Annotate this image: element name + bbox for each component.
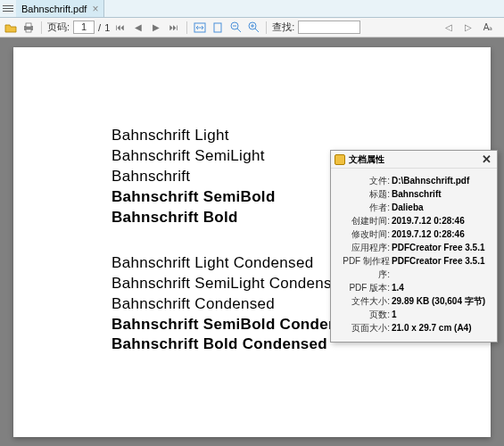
dialog-titlebar[interactable]: 文档属性 ✕: [331, 151, 497, 169]
page-sep: /: [98, 22, 101, 33]
toolbar: 页码: 1 / 1 ⏮ ◀ ▶ ⏭ 查找: ◁ ▷ Aₐ: [0, 18, 504, 37]
match-case-icon[interactable]: Aₐ: [481, 21, 495, 35]
font-sample: Bahnschrift Light: [112, 126, 491, 146]
page-label: 页码:: [47, 21, 70, 34]
first-page-icon[interactable]: ⏮: [113, 21, 128, 35]
prop-label: 作者:: [336, 201, 392, 214]
tab-bar: Bahnschrift.pdf ×: [0, 0, 504, 18]
search-input[interactable]: [298, 21, 360, 34]
prop-row: PDF 制作程序:PDFCreator Free 3.5.1: [336, 254, 492, 281]
prop-row: 页数:1: [336, 308, 492, 321]
tab-title: Bahnschrift.pdf: [21, 4, 87, 14]
prop-value: PDFCreator Free 3.5.1: [392, 254, 492, 281]
next-page-icon[interactable]: ▶: [149, 21, 163, 35]
prop-value: 29.89 KB (30,604 字节): [392, 294, 492, 308]
search-label: 查找:: [272, 21, 294, 34]
prop-label: 修改时间:: [336, 227, 392, 241]
svg-rect-2: [26, 29, 31, 32]
svg-line-9: [255, 29, 259, 32]
prop-row: 文件:D:\Bahnschrift.pdf: [336, 174, 492, 187]
print-icon[interactable]: [21, 21, 36, 35]
prop-row: 修改时间:2019.7.12 0:28:46: [336, 227, 492, 241]
prop-row: 页面大小:21.0 x 29.7 cm (A4): [336, 321, 492, 334]
prop-label: 标题:: [336, 187, 392, 201]
prop-label: PDF 制作程序:: [336, 254, 392, 281]
prop-row: 标题:Bahnschrift: [336, 187, 492, 201]
close-icon[interactable]: ✕: [480, 153, 493, 166]
fit-width-icon[interactable]: [193, 21, 207, 35]
search-prev-icon[interactable]: ◁: [442, 21, 456, 35]
zoom-in-icon[interactable]: [246, 21, 260, 35]
document-properties-dialog: 文档属性 ✕ 文件:D:\Bahnschrift.pdf 标题:Bahnschr…: [330, 150, 498, 343]
prop-row: 应用程序:PDFCreator Free 3.5.1: [336, 241, 492, 254]
prop-row: PDF 版本:1.4: [336, 281, 492, 294]
svg-rect-1: [26, 23, 31, 27]
prop-row: 创建时间:2019.7.12 0:28:46: [336, 214, 492, 227]
prop-value: Dalieba: [392, 201, 492, 214]
prop-label: 应用程序:: [336, 241, 392, 254]
prop-value: 21.0 x 29.7 cm (A4): [392, 321, 492, 334]
prop-value: D:\Bahnschrift.pdf: [392, 174, 492, 187]
prop-label: 页数:: [336, 308, 392, 321]
document-tab[interactable]: Bahnschrift.pdf ×: [16, 0, 104, 17]
prop-label: 创建时间:: [336, 214, 392, 227]
menu-icon[interactable]: [0, 0, 16, 17]
prop-value: PDFCreator Free 3.5.1: [392, 241, 492, 254]
close-icon[interactable]: ×: [92, 4, 98, 14]
prop-value: 2019.7.12 0:28:46: [392, 227, 492, 241]
open-icon[interactable]: [4, 21, 18, 35]
svg-rect-4: [214, 23, 221, 32]
search-next-icon[interactable]: ▷: [461, 21, 475, 35]
prop-label: PDF 版本:: [336, 281, 392, 294]
prop-label: 文件:: [336, 174, 392, 187]
dialog-body: 文件:D:\Bahnschrift.pdf 标题:Bahnschrift 作者:…: [331, 169, 497, 342]
prop-label: 页面大小:: [336, 321, 392, 334]
prop-value: 2019.7.12 0:28:46: [392, 214, 492, 227]
zoom-out-icon[interactable]: [228, 21, 243, 35]
fit-page-icon[interactable]: [211, 21, 225, 35]
prop-label: 文件大小:: [336, 294, 392, 308]
prop-value: 1: [392, 308, 492, 321]
dialog-title: 文档属性: [349, 153, 476, 166]
last-page-icon[interactable]: ⏭: [167, 21, 181, 35]
prop-row: 文件大小:29.89 KB (30,604 字节): [336, 294, 492, 308]
dialog-icon: [335, 154, 345, 165]
svg-line-6: [237, 29, 241, 32]
prop-value: 1.4: [392, 281, 492, 294]
prop-row: 作者:Dalieba: [336, 201, 492, 214]
prev-page-icon[interactable]: ◀: [131, 21, 145, 35]
page-number-input[interactable]: 1: [73, 21, 95, 34]
prop-value: Bahnschrift: [392, 187, 492, 201]
page-total: 1: [104, 22, 110, 33]
